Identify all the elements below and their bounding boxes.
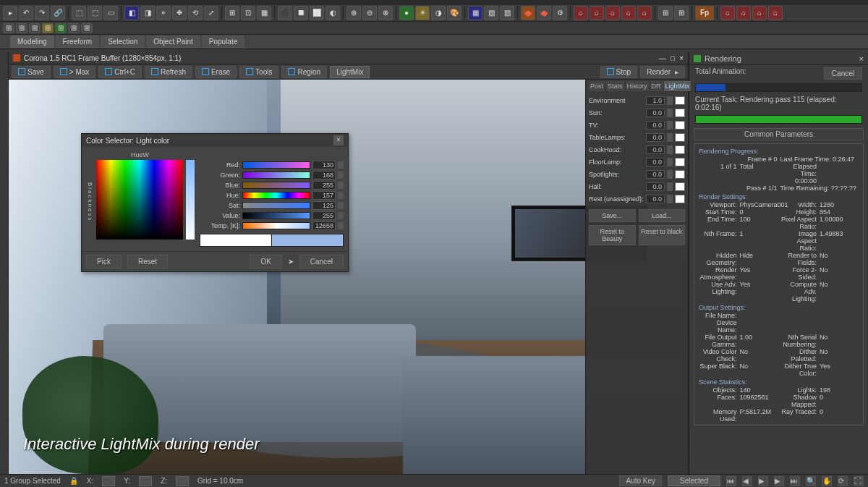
tool-icon[interactable]: ▸ [3,6,17,20]
lightmix-value[interactable]: 0.0 [646,133,665,142]
mini-tool-icon[interactable]: ⊞ [81,23,93,33]
spinner-icon[interactable] [338,202,344,209]
ribbon-tab-freeform[interactable]: Freeform [56,35,100,48]
slider-value[interactable]: 255 [312,181,336,190]
tool-icon[interactable]: ✥ [172,6,187,20]
tool-icon[interactable]: 🔗 [51,6,65,20]
fb-tab-dr[interactable]: DR [650,81,663,91]
close-icon[interactable]: × [859,54,864,63]
slider-value[interactable]: 255 [312,211,336,220]
tool-icon[interactable]: ▦ [257,6,271,20]
spinner-icon[interactable] [667,182,673,191]
coord-y-value[interactable] [139,476,152,486]
lightmix-color-swatch[interactable] [675,182,685,191]
lightmix-value[interactable]: 0.0 [646,195,665,203]
lock-icon[interactable]: 🔒 [69,477,78,485]
fb-tomax-button[interactable]: > Max [54,66,96,78]
fb-tab-history[interactable]: History [626,81,649,91]
lightmix-value[interactable]: 0.0 [646,182,665,191]
pick-button[interactable]: Pick [86,255,122,268]
mini-tool-icon[interactable]: ⊞ [55,23,67,33]
tool-icon[interactable]: ⌂ [605,6,620,20]
mini-tool-icon[interactable]: ⊞ [42,23,54,33]
old-color-swatch[interactable] [200,234,272,247]
spinner-icon[interactable] [667,121,673,130]
spinner-icon[interactable] [667,145,673,154]
nav-max-icon[interactable]: ⛶ [854,476,864,486]
ribbon-tab-objectpaint[interactable]: Object Paint [146,35,200,48]
spinner-icon[interactable] [338,192,344,199]
rp-cancel-button[interactable]: Cancel [824,67,862,80]
time-prev-key-icon[interactable]: ⏮ [726,476,736,486]
spinner-icon[interactable] [338,212,344,219]
lightmix-color-swatch[interactable] [675,195,685,203]
lm-save-button[interactable]: Save... [589,209,636,222]
color-slider[interactable] [242,202,310,209]
tool-icon[interactable]: ▨ [484,6,498,20]
ribbon-tab-selection[interactable]: Selection [101,35,145,48]
fb-layer-dropdown[interactable]: LightMix [330,66,370,78]
fb-ctrlc-button[interactable]: Ctrl+C [98,66,142,78]
tool-icon[interactable]: ↶ [19,6,33,20]
tool-icon[interactable]: ⌖ [156,6,171,20]
coord-z-value[interactable] [176,476,189,486]
tool-icon[interactable]: ↷ [35,6,49,20]
time-prev-frame-icon[interactable]: ◀ [742,476,752,486]
tool-icon[interactable]: ⊞ [674,6,689,20]
tool-icon[interactable]: ⌂ [752,6,767,20]
lightmix-value[interactable]: 0.0 [646,109,665,117]
tool-icon[interactable]: ▭ [103,6,118,20]
tool-icon[interactable]: ⊗ [378,6,393,20]
tool-icon[interactable]: ◨ [140,6,155,20]
common-params-header[interactable]: Common Parameters [694,128,864,140]
lightmix-value[interactable]: 1.0 [646,96,665,105]
spinner-icon[interactable] [667,96,673,105]
fb-refresh-button[interactable]: Refresh [145,66,192,78]
lm-reset-beauty-button[interactable]: Reset to Beauty [589,225,636,245]
lightmix-value[interactable]: 0.0 [646,170,665,179]
fb-stop-button[interactable]: Stop [600,66,638,78]
mini-tool-icon[interactable]: ⊞ [29,23,41,33]
tool-icon[interactable]: 🫖 [537,6,551,20]
lightmix-value[interactable]: 0.0 [646,121,665,130]
slider-value[interactable]: 125 [312,201,336,210]
autokey-button[interactable]: Auto Key [619,475,662,486]
fb-render-button[interactable]: Render▸ [640,66,685,78]
tool-icon[interactable]: ⟲ [188,6,203,20]
spinner-icon[interactable] [667,170,673,179]
tool-icon[interactable]: ⚙ [553,6,567,20]
slider-value[interactable]: 130 [312,161,336,169]
lightmix-color-swatch[interactable] [675,145,685,154]
color-palette[interactable] [96,160,183,240]
maximize-icon[interactable]: □ [671,54,675,62]
spinner-icon[interactable] [338,222,344,229]
tool-icon[interactable]: ⌂ [590,6,604,20]
nav-zoom-icon[interactable]: 🔍 [806,476,816,486]
tool-icon[interactable]: ● [399,6,414,20]
color-slider[interactable] [242,192,310,199]
tool-icon[interactable]: ⌂ [720,6,735,20]
spinner-icon[interactable] [667,109,673,117]
fb-erase-button[interactable]: Erase [195,66,237,78]
lightmix-color-swatch[interactable] [675,96,685,105]
slider-value[interactable]: 12658 [312,221,336,230]
tool-icon[interactable]: ⤢ [204,6,218,20]
nav-orbit-icon[interactable]: ⟳ [838,476,848,486]
color-slider[interactable] [242,182,310,189]
lm-reset-black-button[interactable]: Reset to black [639,225,686,245]
lightmix-value[interactable]: 0.0 [646,145,665,154]
slider-value[interactable]: 168 [312,171,336,179]
minimize-icon[interactable]: — [659,54,666,62]
color-slider[interactable] [242,171,310,179]
spinner-icon[interactable] [338,182,344,189]
tool-icon[interactable]: ◑ [431,6,446,20]
lm-load-button[interactable]: Load... [639,209,686,222]
fb-tab-stats[interactable]: Stats [606,81,624,91]
tool-icon[interactable]: ⌂ [736,6,751,20]
spinner-icon[interactable] [338,161,344,169]
tool-render-icon[interactable]: 🫖 [521,6,535,20]
lightmix-value[interactable]: 0.0 [646,158,665,166]
ribbon-tab-populate[interactable]: Populate [202,35,244,48]
color-slider[interactable] [242,161,310,169]
new-color-swatch[interactable] [272,234,344,247]
